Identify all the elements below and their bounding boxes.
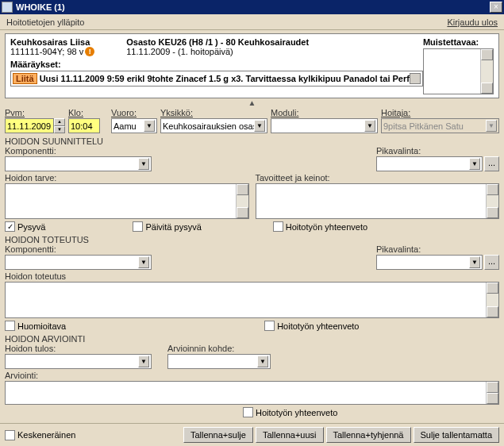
pvm-label: Pvm: xyxy=(5,108,65,117)
impl-comp-select[interactable]: ▼ xyxy=(5,255,152,270)
goals-label: Tavoitteet ja keinot: xyxy=(256,173,500,183)
chevron-down-icon: ▼ xyxy=(138,158,149,170)
date-spinner[interactable]: ▲▼ xyxy=(54,118,65,133)
plan-quick-ext-button[interactable]: ... xyxy=(484,156,499,171)
tot-label: Hoidon toteutus xyxy=(5,271,499,281)
eval-section: HOIDON ARVIOINTI Hoidon tulos: ▼ Arvioin… xyxy=(5,334,499,369)
impl-section: HOIDON TOTEUTUS Komponentti: ▼ Pikavalin… xyxy=(5,235,499,270)
hoitaja-select[interactable]: 9pitsa Pitkänen Satu▼ xyxy=(381,118,499,133)
chevron-down-icon: ▼ xyxy=(364,120,375,132)
plan-section: HOIDON SUUNNITTELU Komponentti: ▼ Pikava… xyxy=(5,136,499,171)
impl-comp-label: Komponentti: xyxy=(5,244,368,254)
impl-quick-label: Pikavalinta: xyxy=(376,244,499,254)
plan-quick-label: Pikavalinta: xyxy=(376,146,499,156)
orders-label: Määräykset: xyxy=(10,60,423,69)
pvm-input[interactable] xyxy=(5,118,54,133)
chevron-down-icon: ▼ xyxy=(486,120,497,132)
arviointi-label: Arviointi: xyxy=(5,371,499,380)
pysyva-checkbox[interactable]: ✓Pysyvä xyxy=(5,221,45,232)
impl-title: HOIDON TOTEUTUS xyxy=(5,235,499,244)
plan-comp-select[interactable]: ▼ xyxy=(5,156,152,171)
klo-input[interactable] xyxy=(68,118,100,133)
chevron-down-icon: ▼ xyxy=(469,158,480,170)
hoitaja-label: Hoitaja: xyxy=(381,108,499,117)
chevron-down-icon: ▼ xyxy=(138,356,149,367)
moduli-select[interactable]: ▼ xyxy=(271,118,378,133)
yksikko-select[interactable]: Keuhkosairauksien osasto 26▼ xyxy=(160,118,267,133)
kohde-label: Arvioinnin kohde: xyxy=(167,344,271,353)
save-clear-button[interactable]: Tallenna+tyhjennä xyxy=(326,427,411,443)
window-title: WHOIKE (1) xyxy=(16,2,490,12)
logout-link[interactable]: Kirjaudu ulos xyxy=(447,17,498,27)
scrollbar[interactable] xyxy=(480,49,493,94)
scroll-up-icon[interactable] xyxy=(481,49,493,60)
goals-textarea[interactable] xyxy=(256,183,500,219)
close-icon[interactable]: × xyxy=(490,2,502,13)
patient-header: Keuhkosairas Liisa 111111-904Y; 98 v ! O… xyxy=(5,33,499,98)
save-close-button[interactable]: Tallenna+sulje xyxy=(183,427,253,443)
arviointi-textarea[interactable] xyxy=(5,381,499,405)
patient-id-row: 111111-904Y; 98 v ! xyxy=(10,47,94,56)
vuoro-label: Vuoro: xyxy=(111,108,157,117)
orders-box: Liitä Uusi 11.11.2009 9:59 erikl 9tohte … xyxy=(10,71,423,87)
tulos-select[interactable]: ▼ xyxy=(5,354,152,369)
remember-box[interactable] xyxy=(423,48,494,94)
impl-quick-ext-button[interactable]: ... xyxy=(484,255,499,270)
save-new-button[interactable]: Tallenna+uusi xyxy=(256,427,324,443)
chevron-down-icon: ▼ xyxy=(254,120,265,132)
app-icon xyxy=(2,2,13,13)
scroll-up-icon[interactable] xyxy=(410,73,421,84)
tot-textarea[interactable] xyxy=(5,282,499,318)
remember-label: Muistettavaa: xyxy=(423,37,494,47)
need-label: Hoidon tarve: xyxy=(5,173,249,183)
footer-bar: Keskeneräinen Tallenna+sulje Tallenna+uu… xyxy=(0,423,504,446)
paivita-checkbox[interactable]: Päivitä pysyvä xyxy=(133,221,201,232)
collapse-arrow-icon[interactable]: ▲ xyxy=(0,100,504,106)
impl-yhteenveto-checkbox[interactable]: Hoitotyön yhteenveto xyxy=(264,321,359,331)
chevron-down-icon: ▼ xyxy=(138,256,149,268)
ward-title: Osasto KEU26 (H8 /1 ) - 80 Keuhkosairaud… xyxy=(126,37,309,47)
tulos-label: Hoidon tulos: xyxy=(5,344,152,353)
close-nosave-button[interactable]: Sulje tallentamatta xyxy=(414,427,500,443)
chevron-down-icon: ▼ xyxy=(144,120,155,132)
kohde-select[interactable]: ▼ xyxy=(167,354,271,369)
need-textarea[interactable] xyxy=(5,183,249,219)
patient-id: 111111-904Y; 98 v xyxy=(10,47,83,56)
vuoro-select[interactable]: Aamu▼ xyxy=(111,118,157,133)
kesken-checkbox[interactable]: Keskeneräinen xyxy=(5,430,75,440)
scroll-down-icon[interactable] xyxy=(481,83,493,94)
warning-icon[interactable]: ! xyxy=(85,47,94,56)
ward-subtitle: 11.11.2009 - (1. hoitopäivä) xyxy=(126,47,309,56)
eval-yhteenveto-checkbox[interactable]: Hoitotyön yhteenveto xyxy=(243,407,337,417)
plan-title: HOIDON SUUNNITTELU xyxy=(5,136,499,146)
attach-tag[interactable]: Liitä xyxy=(13,73,37,84)
plan-comp-label: Komponentti: xyxy=(5,146,368,156)
datetime-row: Pvm: ▲▼ Klo: Vuoro: Aamu▼ Yksikkö: Keuhk… xyxy=(5,108,499,133)
impl-quick-select[interactable]: ▼ xyxy=(376,255,483,270)
eval-title: HOIDON ARVIOINTI xyxy=(5,334,499,344)
klo-label: Klo: xyxy=(68,108,108,117)
plan-quick-select[interactable]: ▼ xyxy=(376,156,483,171)
orders-text: Uusi 11.11.2009 9:59 erikl 9tohte Zinace… xyxy=(40,74,410,83)
titlebar: WHOIKE (1) × xyxy=(0,0,504,14)
patient-name: Keuhkosairas Liisa xyxy=(10,37,94,47)
chevron-down-icon: ▼ xyxy=(257,356,268,367)
moduli-label: Moduli: xyxy=(271,108,378,117)
huomio-checkbox[interactable]: Huomioitava xyxy=(5,321,66,331)
page-header: Hoitotietojen ylläpito Kirjaudu ulos xyxy=(0,14,504,30)
plan-yhteenveto-checkbox[interactable]: Hoitotyön yhteenveto xyxy=(273,221,367,232)
yksikko-label: Yksikkö: xyxy=(160,108,267,117)
page-title: Hoitotietojen ylläpito xyxy=(6,17,447,27)
chevron-down-icon: ▼ xyxy=(469,256,480,268)
